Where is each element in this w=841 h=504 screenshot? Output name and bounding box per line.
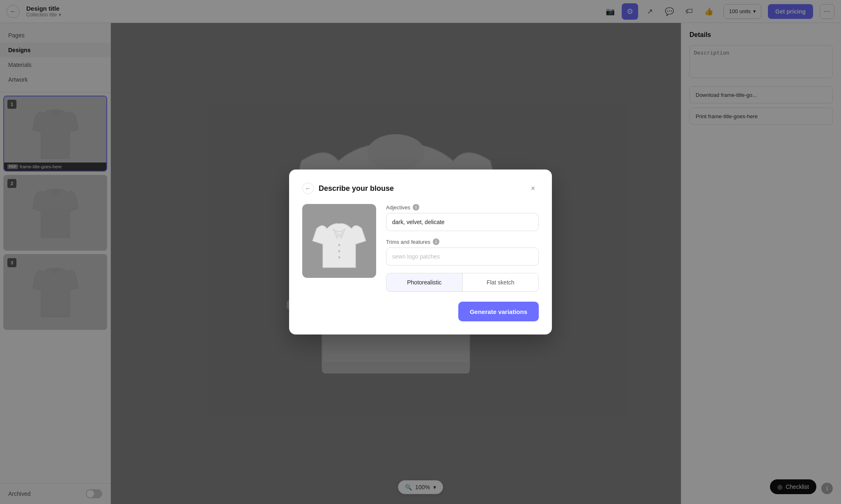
modal-close-button[interactable]: × [527, 183, 539, 194]
modal-overlay[interactable]: ← Describe your blouse × [0, 0, 841, 504]
trims-info-icon: i [433, 238, 439, 245]
modal-dialog: ← Describe your blouse × [289, 170, 552, 334]
svg-point-10 [338, 250, 340, 252]
modal-form: Adjectives i Trims and features i Photor… [386, 204, 539, 292]
modal-footer: Generate variations [302, 302, 539, 321]
trims-input[interactable] [386, 247, 539, 266]
modal-title: Describe your blouse [319, 184, 522, 193]
svg-point-9 [338, 244, 340, 246]
style-photorealistic-button[interactable]: Photorealistic [386, 273, 463, 291]
adjectives-info-icon: i [413, 204, 419, 211]
adjectives-label: Adjectives i [386, 204, 539, 211]
trims-group: Trims and features i [386, 238, 539, 266]
modal-body: Adjectives i Trims and features i Photor… [302, 204, 539, 292]
modal-back-button[interactable]: ← [302, 183, 314, 194]
modal-product-image [302, 204, 376, 278]
modal-header: ← Describe your blouse × [302, 183, 539, 194]
blouse-illustration [306, 208, 372, 274]
generate-button[interactable]: Generate variations [458, 302, 539, 321]
svg-point-11 [338, 257, 340, 259]
adjectives-input[interactable] [386, 213, 539, 231]
style-toggle: Photorealistic Flat sketch [386, 273, 539, 292]
style-flat-sketch-button[interactable]: Flat sketch [463, 273, 539, 291]
trims-label: Trims and features i [386, 238, 539, 245]
adjectives-group: Adjectives i [386, 204, 539, 231]
